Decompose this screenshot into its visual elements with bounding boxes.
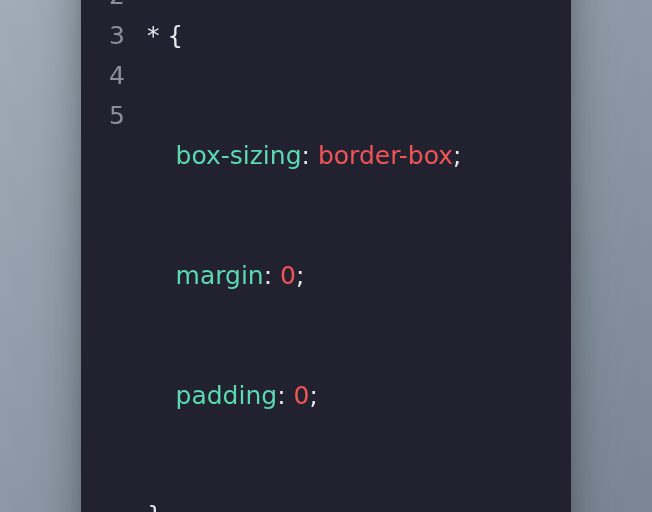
- css-value: border-box: [318, 141, 453, 170]
- css-value: 0: [294, 381, 310, 410]
- line-number: 4: [109, 56, 125, 96]
- css-property: padding: [176, 381, 278, 410]
- colon: :: [264, 261, 272, 290]
- colon: :: [302, 141, 310, 170]
- code-content[interactable]: * { box-sizing: border-box; margin: 0; p…: [147, 0, 462, 512]
- css-property: margin: [176, 261, 264, 290]
- line-number: 3: [109, 16, 125, 56]
- semicolon: ;: [296, 261, 304, 290]
- line-number: 5: [109, 96, 125, 136]
- semicolon: ;: [453, 141, 461, 170]
- code-editor-window: 1 2 3 4 5 * { box-sizing: border-box; ma…: [81, 0, 571, 512]
- css-property: box-sizing: [176, 141, 302, 170]
- code-area: 1 2 3 4 5 * { box-sizing: border-box; ma…: [109, 0, 543, 512]
- semicolon: ;: [309, 381, 317, 410]
- code-line: padding: 0;: [147, 376, 462, 416]
- brace-open: {: [167, 21, 183, 50]
- colon: :: [277, 381, 285, 410]
- code-line: * {: [147, 16, 462, 56]
- code-line: }: [147, 496, 462, 512]
- code-line: box-sizing: border-box;: [147, 136, 462, 176]
- line-number: 2: [109, 0, 125, 16]
- css-selector: *: [147, 21, 160, 50]
- brace-close: }: [147, 501, 163, 512]
- code-line: margin: 0;: [147, 256, 462, 296]
- css-value: 0: [280, 261, 296, 290]
- line-number-gutter: 1 2 3 4 5: [109, 0, 125, 512]
